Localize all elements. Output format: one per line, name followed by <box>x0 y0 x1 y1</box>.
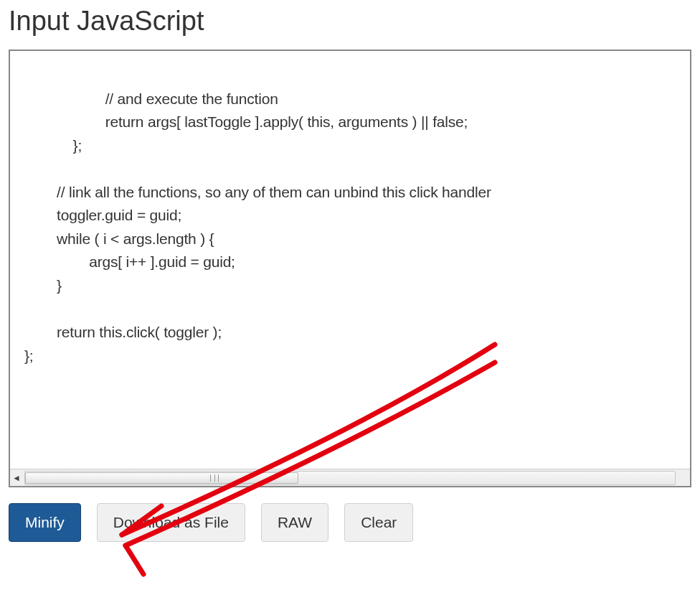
code-input-box[interactable]: // and execute the function return args[… <box>9 50 691 487</box>
download-as-file-button[interactable]: Download as File <box>97 503 245 542</box>
horizontal-scrollbar[interactable]: ◄ <box>10 469 690 486</box>
scroll-grip-icon <box>210 474 219 482</box>
code-textarea-content[interactable]: // and execute the function return args[… <box>10 51 690 375</box>
scroll-left-arrow-icon[interactable]: ◄ <box>10 470 23 486</box>
scroll-track[interactable] <box>24 471 676 485</box>
raw-button[interactable]: RAW <box>261 503 328 542</box>
page-title: Input JavaScript <box>9 6 691 37</box>
clear-button[interactable]: Clear <box>344 503 413 542</box>
button-row: Minify Download as File RAW Clear <box>9 503 691 542</box>
scroll-thumb[interactable] <box>25 472 298 484</box>
minify-button[interactable]: Minify <box>9 503 81 542</box>
scroll-right-arrow-icon[interactable] <box>677 470 690 486</box>
